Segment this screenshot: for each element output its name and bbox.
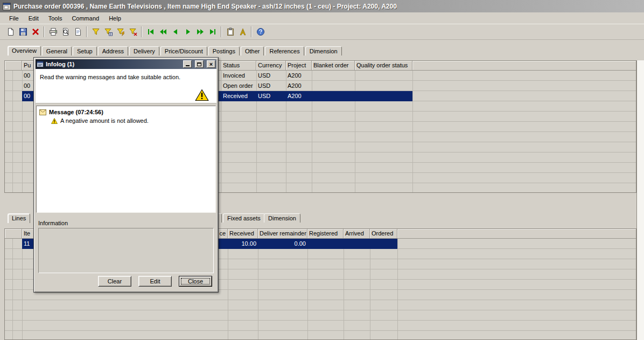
tab-other[interactable]: Other xyxy=(241,46,264,55)
cell-quality-order-status[interactable] xyxy=(355,81,412,91)
tab-setup[interactable]: Setup xyxy=(73,46,97,55)
tab-references[interactable]: References xyxy=(265,46,304,55)
go-to-last-button[interactable] xyxy=(206,26,219,38)
message-item-row[interactable]: A negative amount is not allowed. xyxy=(37,116,215,125)
column-header-currency[interactable]: Currency xyxy=(256,61,286,71)
minimize-button[interactable] xyxy=(183,60,192,68)
cell-blanket-order[interactable] xyxy=(312,81,355,91)
column-header-quality-order-status[interactable]: Quality order status xyxy=(355,61,412,71)
cell-arrived[interactable] xyxy=(344,239,370,249)
column-header-project[interactable]: Project xyxy=(286,61,312,71)
previous-page-icon xyxy=(159,27,167,36)
column-header-blanket-order[interactable]: Blanket order xyxy=(312,61,355,71)
tab-postings[interactable]: Postings xyxy=(208,46,240,55)
row-selector[interactable] xyxy=(5,71,22,81)
window-icon xyxy=(3,3,11,10)
document-button[interactable] xyxy=(72,26,84,38)
cell-currency[interactable]: USD xyxy=(256,81,286,91)
cell-received[interactable]: 10.00 xyxy=(228,239,258,249)
next-page-button[interactable] xyxy=(194,26,206,38)
filter-by-selection-button[interactable] xyxy=(102,26,114,38)
remove-filter-button[interactable] xyxy=(127,26,139,38)
cell-project[interactable]: A200 xyxy=(286,71,312,81)
column-header-registered[interactable]: Registered xyxy=(307,229,344,239)
cell-currency[interactable]: USD xyxy=(256,71,286,81)
new-button[interactable] xyxy=(4,26,17,38)
cell-project[interactable]: A200 xyxy=(286,81,312,91)
clipboard-icon xyxy=(226,27,235,36)
previous-record-button[interactable] xyxy=(169,26,181,38)
go-to-first-button[interactable] xyxy=(144,26,157,38)
window-title: Purchase order 000396 , Name Earth Telev… xyxy=(13,3,397,10)
cell-status[interactable]: Received xyxy=(221,91,256,101)
cell-blanket-order[interactable] xyxy=(312,91,355,101)
cell-status[interactable]: Invoiced xyxy=(221,71,256,81)
column-header-arrived[interactable]: Arrived xyxy=(344,229,370,239)
cell-quality-order-status[interactable] xyxy=(355,91,412,101)
column-header-price-fragment: ce xyxy=(219,230,226,238)
cell-project[interactable]: A200 xyxy=(286,91,312,101)
row-selector[interactable] xyxy=(5,239,22,249)
menu-help[interactable]: Help xyxy=(104,13,126,23)
edit-button[interactable]: Edit xyxy=(138,276,172,287)
tab-dimension-lower[interactable]: Dimension xyxy=(264,213,300,223)
menu-tools[interactable]: Tools xyxy=(44,13,67,23)
menu-edit[interactable]: Edit xyxy=(24,13,44,23)
tab-fixed-assets[interactable]: Fixed assets xyxy=(223,213,265,223)
cell-quality-order-status[interactable] xyxy=(355,71,412,81)
go-to-first-icon xyxy=(146,27,155,36)
column-header-status[interactable]: Status xyxy=(221,61,256,71)
cell-blanket-order[interactable] xyxy=(312,71,355,81)
tab-delivery[interactable]: Delivery xyxy=(129,46,159,55)
cell-currency[interactable]: USD xyxy=(256,91,286,101)
toolbar-separator xyxy=(221,26,222,37)
menu-command[interactable]: Command xyxy=(67,13,104,23)
toolbar-separator xyxy=(44,26,45,37)
tab-address[interactable]: Address xyxy=(98,46,128,55)
help-button[interactable] xyxy=(254,26,267,38)
previous-page-button[interactable] xyxy=(157,26,169,38)
window-titlebar[interactable]: Purchase order 000396 , Name Earth Telev… xyxy=(0,0,644,12)
infolog-instruction-panel: Read the warning messages and take suita… xyxy=(36,69,216,103)
column-header-deliver-remainder[interactable]: Deliver remainder xyxy=(258,229,307,239)
maximize-button[interactable] xyxy=(195,60,204,68)
tab-lines[interactable]: Lines xyxy=(8,213,30,223)
column-header-ordered[interactable]: Ordered xyxy=(370,229,397,239)
next-record-button[interactable] xyxy=(181,26,194,38)
tab-dimension[interactable]: Dimension xyxy=(305,46,342,55)
tab-overview[interactable]: Overview xyxy=(8,46,41,55)
close-window-button[interactable]: × xyxy=(207,60,215,68)
infolog-instruction-text: Read the warning messages and take suita… xyxy=(40,74,180,80)
next-record-icon xyxy=(184,27,192,36)
row-selector[interactable] xyxy=(5,91,22,101)
close-button[interactable]: Close xyxy=(179,276,212,287)
infolog-titlebar[interactable]: Infolog (1) × xyxy=(36,59,216,69)
menu-file[interactable]: File xyxy=(4,13,24,23)
message-item-text: A negative amount is not allowed. xyxy=(60,117,149,124)
save-button[interactable] xyxy=(17,26,29,38)
minimize-icon xyxy=(186,65,190,66)
message-group-row[interactable]: Message (07:24:56) xyxy=(37,106,215,116)
filter-button[interactable] xyxy=(89,26,102,38)
row-selector[interactable] xyxy=(5,81,22,91)
clipboard-button[interactable] xyxy=(224,26,236,38)
cell-deliver-remainder[interactable]: 0.00 xyxy=(258,239,307,249)
cell-ordered[interactable] xyxy=(370,239,397,249)
information-label: Information xyxy=(38,220,68,226)
delete-button[interactable] xyxy=(29,26,41,38)
column-header-received[interactable]: Received xyxy=(228,229,258,239)
print-preview-button[interactable] xyxy=(59,26,72,38)
warning-icon-small xyxy=(51,118,58,124)
tab-general[interactable]: General xyxy=(42,46,72,55)
print-button[interactable] xyxy=(47,26,59,38)
cell-status[interactable]: Open order xyxy=(221,81,256,91)
header-filler xyxy=(397,229,636,239)
tab-price-discount[interactable]: Price/Discount xyxy=(160,46,207,55)
cell-registered[interactable] xyxy=(307,239,344,249)
remove-filter-icon xyxy=(129,27,137,36)
clear-button[interactable]: Clear xyxy=(98,276,131,287)
toolbar xyxy=(0,24,644,40)
advanced-filter-button[interactable] xyxy=(114,26,127,38)
maximize-icon xyxy=(197,63,201,66)
font-button[interactable] xyxy=(236,26,249,38)
